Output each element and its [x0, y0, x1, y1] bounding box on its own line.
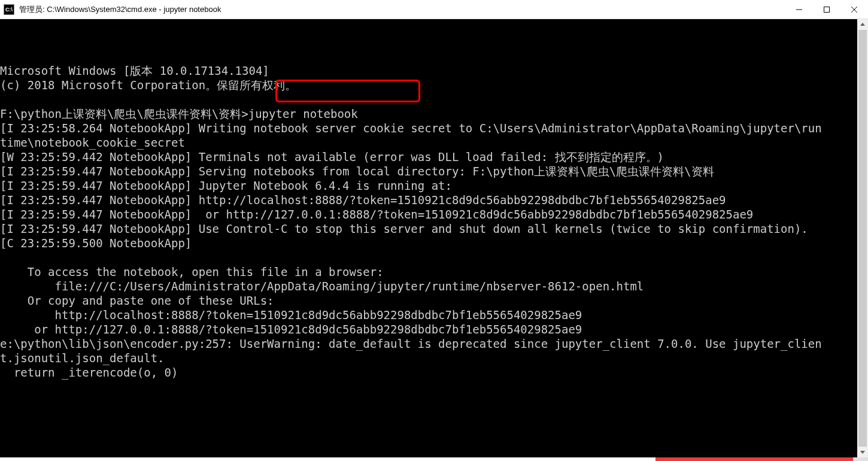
- terminal-line: e:\python\lib\json\encoder.py:257: UserW…: [0, 337, 822, 350]
- title-bar: C:\ 管理员: C:\Windows\System32\cmd.exe - j…: [0, 0, 868, 19]
- terminal-line: [I 23:25:59.447 NotebookApp] Use Control…: [0, 222, 808, 235]
- terminal-content: Microsoft Windows [版本 10.0.17134.1304] (…: [0, 49, 868, 394]
- terminal-line: time\notebook_cookie_secret: [0, 136, 185, 149]
- bottom-gap: [0, 457, 655, 461]
- terminal-command: jupyter notebook: [248, 107, 358, 120]
- terminal-line: return _iterencode(o, 0): [0, 366, 178, 379]
- terminal-line: Microsoft Windows [版本 10.0.17134.1304]: [0, 64, 269, 77]
- title-left: C:\ 管理员: C:\Windows\System32\cmd.exe - j…: [0, 4, 221, 15]
- bottom-gray-strip: [853, 457, 868, 461]
- minimize-button[interactable]: [785, 0, 813, 19]
- terminal-line: or http://127.0.0.1:8888/?token=1510921c…: [0, 323, 582, 336]
- window-controls: [785, 0, 868, 19]
- terminal-line: Or copy and paste one of these URLs:: [0, 294, 274, 307]
- close-button[interactable]: [840, 0, 868, 19]
- minimize-icon: [796, 6, 803, 13]
- terminal-line: [C 23:25:59.500 NotebookApp]: [0, 236, 192, 250]
- cmd-icon: C:\: [4, 4, 14, 15]
- close-icon: [851, 6, 858, 13]
- terminal-line: http://localhost:8888/?token=1510921c8d9…: [0, 308, 582, 322]
- maximize-button[interactable]: [813, 0, 840, 19]
- bottom-bar: [0, 457, 868, 461]
- terminal[interactable]: Microsoft Windows [版本 10.0.17134.1304] (…: [0, 19, 868, 457]
- terminal-line: t.jsonutil.json_default.: [0, 351, 165, 365]
- scroll-thumb[interactable]: [858, 30, 867, 447]
- terminal-line: file:///C:/Users/Administrator/AppData/R…: [0, 280, 644, 293]
- terminal-line: To access the notebook, open this file i…: [0, 265, 384, 278]
- bottom-red-strip: [655, 457, 853, 461]
- svg-rect-1: [824, 7, 830, 12]
- terminal-line: [I 23:25:59.447 NotebookApp] Jupyter Not…: [0, 179, 452, 192]
- terminal-line: [I 23:25:58.264 NotebookApp] Writing not…: [0, 122, 822, 135]
- terminal-prompt-path: F:\python上课资料\爬虫\爬虫课件资料\资料>: [0, 107, 248, 120]
- terminal-line: [I 23:25:59.447 NotebookApp] or http://1…: [0, 208, 753, 221]
- scroll-up-arrow-icon[interactable]: [857, 19, 868, 30]
- vertical-scrollbar[interactable]: [857, 19, 868, 457]
- terminal-line: [I 23:25:59.447 NotebookApp] Serving not…: [0, 165, 714, 178]
- scroll-down-arrow-icon[interactable]: [857, 447, 868, 457]
- window-title: 管理员: C:\Windows\System32\cmd.exe - jupyt…: [19, 4, 221, 15]
- terminal-line: [W 23:25:59.442 NotebookApp] Terminals n…: [0, 150, 664, 163]
- maximize-icon: [823, 6, 830, 13]
- terminal-line: (c) 2018 Microsoft Corporation。保留所有权利。: [0, 78, 296, 92]
- terminal-line: [I 23:25:59.447 NotebookApp] http://loca…: [0, 193, 726, 207]
